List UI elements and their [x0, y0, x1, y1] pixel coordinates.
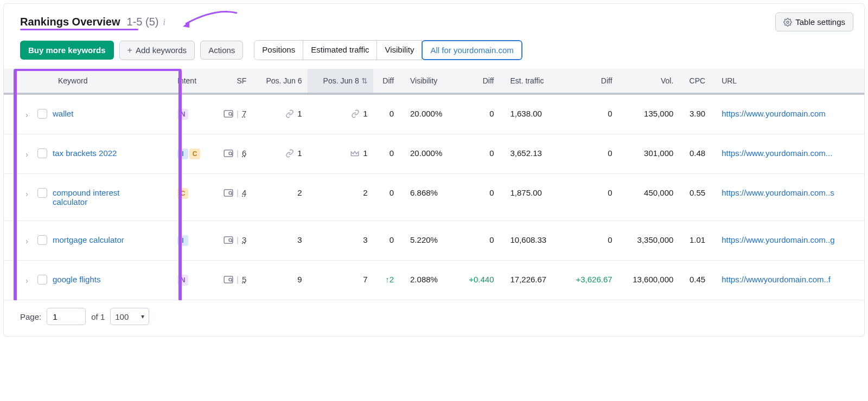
cpc-value: 0.45 — [690, 275, 705, 284]
diff-traffic: 0 — [608, 235, 612, 244]
pos-jun6: 3 — [297, 235, 302, 244]
table-row: ›compound interest calculatorC|42206.868… — [4, 174, 864, 221]
svg-line-9 — [231, 193, 232, 195]
col-pos1[interactable]: Pos. Jun 6 — [252, 69, 307, 94]
row-checkbox[interactable] — [37, 235, 47, 245]
chevron-down-icon: ▾ — [141, 313, 144, 320]
intent-badge-n[interactable]: N — [177, 275, 188, 286]
add-keywords-button[interactable]: +Add keywords — [119, 41, 195, 60]
col-diff1[interactable]: Diff — [373, 69, 399, 94]
diff-pos: ↑2 — [385, 275, 394, 284]
info-icon[interactable]: i — [163, 17, 165, 27]
row-checkbox[interactable] — [37, 275, 47, 284]
visibility-value: 2.088% — [410, 275, 438, 284]
cpc-value: 0.48 — [690, 148, 705, 158]
plus-icon: + — [127, 46, 132, 55]
sf-count[interactable]: 4 — [242, 188, 246, 197]
svg-line-15 — [231, 280, 232, 281]
page-title: Rankings Overview — [20, 16, 120, 28]
intent-badge-i[interactable]: I — [177, 148, 188, 159]
pos-jun8: 2 — [363, 188, 367, 197]
col-traffic[interactable]: Est. traffic — [499, 69, 561, 94]
sf-count[interactable]: 3 — [242, 235, 246, 244]
traffic-value: 17,226.67 — [510, 275, 546, 284]
url-link[interactable]: https://www.yourdomain.com — [722, 109, 826, 118]
tab-all-for-yourdomain-com[interactable]: All for yourdomain.com — [422, 40, 522, 60]
diff-visibility: 0 — [489, 148, 494, 158]
volume-value: 301,000 — [644, 148, 673, 158]
sf-count[interactable]: 5 — [242, 275, 246, 284]
col-diff2[interactable]: Diff — [457, 69, 500, 94]
url-link[interactable]: https://www.yourdomain.com..g — [722, 235, 834, 244]
col-keyword[interactable]: Keyword — [4, 69, 172, 94]
keyword-link[interactable]: mortgage calculator — [53, 235, 124, 244]
actions-button[interactable]: Actions — [200, 41, 243, 60]
sort-icon: ⇅ — [361, 76, 368, 85]
sf-count[interactable]: 6 — [242, 148, 246, 158]
keyword-link[interactable]: google flights — [53, 275, 100, 284]
col-vol[interactable]: Vol. — [618, 69, 679, 94]
row-checkbox[interactable] — [37, 148, 47, 158]
pos-jun8: 3 — [363, 235, 367, 244]
serp-features-icon — [224, 236, 233, 244]
pos-jun6: 2 — [297, 188, 302, 197]
tab-estimated-traffic[interactable]: Estimated traffic — [303, 40, 377, 60]
intent-badge-c[interactable]: C — [189, 148, 200, 159]
col-url[interactable]: URL — [711, 69, 864, 94]
diff-visibility: 0 — [489, 109, 494, 118]
table-row: ›walletN|711020.000%01,638.000135,0003.9… — [4, 94, 864, 134]
col-intent[interactable]: Intent — [172, 69, 212, 94]
diff-traffic: +3,626.67 — [576, 275, 612, 284]
tab-positions[interactable]: Positions — [254, 40, 303, 60]
pos-jun8: 7 — [363, 275, 367, 284]
table-row: ›google flightsN|597↑22.088%+0.44017,226… — [4, 261, 864, 300]
intent-badge-c[interactable]: C — [177, 188, 188, 199]
col-pos2[interactable]: Pos. Jun 8⇅ — [308, 69, 373, 94]
svg-line-6 — [231, 154, 232, 155]
table-row: ›tax brackets 2022IC|611020.000%03,652.1… — [4, 134, 864, 174]
row-checkbox[interactable] — [37, 109, 47, 119]
expand-icon[interactable]: › — [25, 150, 32, 159]
url-link[interactable]: https://www.yourdomain.com..s — [722, 188, 834, 197]
row-checkbox[interactable] — [37, 188, 47, 198]
table-row: ›mortgage calculatorI|33305.220%010,608.… — [4, 221, 864, 261]
diff-visibility: +0.440 — [469, 275, 494, 284]
tab-visibility[interactable]: Visibility — [376, 40, 422, 60]
annotation-arrow — [177, 10, 242, 34]
serp-features-icon — [224, 189, 233, 197]
page-title-range: 1-5 (5) — [127, 16, 159, 28]
url-link[interactable]: https://www.yourdomain.com... — [722, 148, 832, 158]
annotation-underline — [20, 29, 138, 30]
pos-jun6: 1 — [297, 148, 302, 158]
col-visibility[interactable]: Visibility — [399, 69, 457, 94]
intent-badge-n[interactable]: N — [177, 109, 188, 120]
col-diff3[interactable]: Diff — [561, 69, 617, 94]
pos-jun8: 1 — [363, 109, 367, 118]
link-icon — [285, 149, 294, 158]
keyword-link[interactable]: compound interest calculator — [53, 188, 150, 206]
expand-icon[interactable]: › — [25, 189, 32, 198]
buy-keywords-button[interactable]: Buy more keywords — [20, 41, 114, 60]
expand-icon[interactable]: › — [25, 110, 32, 119]
per-page-select[interactable]: 100 ▾ — [110, 308, 149, 325]
intent-badge-i[interactable]: I — [177, 235, 188, 246]
diff-pos: 0 — [390, 188, 394, 197]
page-label: Page: — [20, 312, 41, 321]
page-input[interactable] — [47, 308, 86, 325]
sf-count[interactable]: 7 — [242, 109, 246, 118]
col-cpc[interactable]: CPC — [679, 69, 711, 94]
serp-features-icon — [224, 150, 233, 157]
expand-icon[interactable]: › — [25, 236, 32, 245]
keyword-link[interactable]: tax brackets 2022 — [53, 148, 117, 158]
page-of-label: of 1 — [91, 312, 105, 321]
col-sf[interactable]: SF — [212, 69, 252, 94]
table-settings-button[interactable]: Table settings — [775, 12, 853, 31]
keyword-link[interactable]: wallet — [53, 109, 73, 118]
url-link[interactable]: https://wwwyourdomain.com..f — [722, 275, 831, 284]
serp-features-icon — [224, 276, 233, 283]
link-icon — [285, 109, 294, 118]
pos-jun6: 9 — [297, 275, 302, 284]
svg-line-12 — [231, 241, 232, 242]
expand-icon[interactable]: › — [25, 276, 32, 285]
serp-features-icon — [224, 110, 233, 118]
